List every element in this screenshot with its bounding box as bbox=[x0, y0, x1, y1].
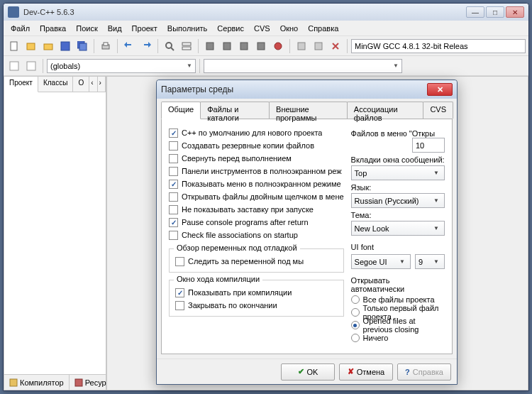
globals-combo[interactable]: (globals) ▼ bbox=[47, 59, 196, 73]
separator-icon bbox=[94, 39, 94, 53]
compile-window-group: Окно хода компиляции Показывать при комп… bbox=[169, 280, 344, 317]
chevron-down-icon: ▼ bbox=[431, 197, 441, 204]
close-button[interactable]: ✕ bbox=[506, 6, 524, 18]
menu-help[interactable]: Справка bbox=[304, 23, 343, 34]
theme-combo[interactable]: New Look▼ bbox=[351, 221, 445, 236]
new-file-icon[interactable] bbox=[6, 38, 22, 54]
dialog-tabs: Общие Файлы и каталоги Внешние программы… bbox=[161, 102, 453, 119]
svg-rect-1 bbox=[27, 43, 35, 50]
menu-search[interactable]: Поиск bbox=[72, 23, 101, 34]
svg-line-9 bbox=[171, 48, 174, 50]
tab-general[interactable]: Общие bbox=[161, 102, 201, 119]
debug-icon[interactable] bbox=[270, 38, 286, 54]
dialog-close-button[interactable]: ✕ bbox=[427, 83, 453, 96]
insert-icon[interactable] bbox=[23, 58, 39, 74]
option-checkbox-6[interactable] bbox=[169, 205, 178, 214]
autoopen-radio-1[interactable] bbox=[351, 308, 360, 317]
uifont-size-combo[interactable]: 9▼ bbox=[415, 254, 445, 269]
msg-tabs-combo[interactable]: Top▼ bbox=[351, 165, 445, 180]
replace-icon[interactable] bbox=[179, 38, 194, 54]
chevron-down-icon: ▼ bbox=[397, 258, 407, 265]
function-combo[interactable]: ▼ bbox=[204, 59, 402, 73]
option-label-4: Показывать меню в полноэкранном режиме bbox=[182, 180, 341, 188]
find-icon[interactable] bbox=[162, 38, 177, 54]
rebuild-icon[interactable] bbox=[253, 38, 269, 54]
compile-icon[interactable] bbox=[202, 38, 218, 54]
project-tree[interactable] bbox=[4, 92, 106, 374]
svg-rect-15 bbox=[257, 43, 265, 50]
menu-file[interactable]: Файл bbox=[6, 23, 34, 34]
chevron-down-icon: ▼ bbox=[431, 258, 441, 265]
toolbar-secondary: (globals) ▼ ▼ bbox=[4, 56, 528, 76]
compiler-set-combo[interactable]: MinGW GCC 4.8.1 32-bit Releas bbox=[351, 39, 526, 53]
option-checkbox-2[interactable] bbox=[169, 154, 178, 163]
tab-scroll-right[interactable]: › bbox=[98, 77, 106, 92]
tab-project[interactable]: Проект bbox=[4, 77, 38, 92]
minimize-button[interactable]: — bbox=[466, 6, 484, 18]
tab-files-dirs[interactable]: Файлы и каталоги bbox=[200, 102, 270, 119]
uifont-combo[interactable]: Segoe UI▼ bbox=[351, 254, 411, 269]
run-icon[interactable] bbox=[219, 38, 235, 54]
tab-scroll-left[interactable]: ‹ bbox=[89, 77, 97, 92]
svg-rect-21 bbox=[10, 379, 17, 386]
autoopen-label-0: Все файлы проекта bbox=[363, 295, 435, 304]
menu-window[interactable]: Окно bbox=[276, 23, 303, 34]
redo-icon[interactable] bbox=[138, 38, 154, 54]
profile-icon[interactable] bbox=[311, 38, 326, 54]
globals-label: (globals) bbox=[50, 62, 80, 70]
svg-point-8 bbox=[166, 43, 172, 48]
autoopen-radio-3[interactable] bbox=[351, 334, 360, 342]
show-on-compile-checkbox[interactable] bbox=[175, 288, 184, 297]
option-checkbox-8[interactable] bbox=[169, 231, 178, 240]
main-titlebar[interactable]: Dev-C++ 5.6.3 — □ ✕ bbox=[4, 4, 528, 21]
svg-rect-18 bbox=[315, 43, 322, 50]
option-checkbox-1[interactable] bbox=[169, 141, 178, 151]
files-in-menu-input[interactable]: 10 bbox=[412, 138, 445, 153]
tab-classes[interactable]: Классы bbox=[38, 77, 73, 92]
new-project-icon[interactable] bbox=[23, 38, 39, 54]
language-label: Язык: bbox=[351, 183, 445, 192]
undo-icon[interactable] bbox=[121, 38, 137, 54]
option-checkbox-4[interactable] bbox=[169, 180, 178, 189]
print-icon[interactable] bbox=[98, 38, 113, 54]
option-checkbox-5[interactable] bbox=[169, 192, 178, 202]
menu-run[interactable]: Выполнить bbox=[163, 23, 211, 34]
open-icon[interactable] bbox=[40, 38, 56, 54]
option-checkbox-0[interactable] bbox=[169, 128, 178, 138]
close-after-checkbox[interactable] bbox=[175, 301, 184, 310]
menu-service[interactable]: Сервис bbox=[213, 23, 248, 34]
clean-icon[interactable] bbox=[328, 38, 343, 54]
autoopen-radio-2[interactable] bbox=[351, 321, 360, 329]
option-checkbox-7[interactable] bbox=[169, 218, 178, 227]
chevron-down-icon: ▼ bbox=[431, 170, 441, 176]
maximize-button[interactable]: □ bbox=[486, 6, 504, 18]
chevron-down-icon: ▼ bbox=[431, 225, 441, 231]
tab-debug[interactable]: О bbox=[73, 77, 89, 92]
compile-run-icon[interactable] bbox=[236, 38, 252, 54]
save-icon[interactable] bbox=[57, 38, 73, 54]
tab-file-associations[interactable]: Ассоциации файлов bbox=[347, 102, 424, 119]
breakpoint-icon[interactable] bbox=[294, 38, 309, 54]
dialog-titlebar[interactable]: Параметры среды ✕ bbox=[157, 80, 457, 99]
help-button[interactable]: ?Справка bbox=[397, 363, 451, 381]
option-checkbox-3[interactable] bbox=[169, 167, 178, 176]
compiler-icon bbox=[9, 378, 18, 387]
autoopen-radio-0[interactable] bbox=[351, 295, 360, 304]
tab-cvs[interactable]: CVS bbox=[423, 102, 453, 119]
watch-var-checkbox[interactable] bbox=[175, 257, 184, 266]
chevron-down-icon: ▼ bbox=[393, 62, 399, 69]
menu-view[interactable]: Вид bbox=[104, 23, 126, 34]
question-icon: ? bbox=[405, 368, 410, 376]
save-all-icon[interactable] bbox=[74, 38, 90, 54]
language-combo[interactable]: Russian (Русский)▼ bbox=[351, 193, 445, 208]
cancel-button[interactable]: ✘Отмена bbox=[339, 363, 393, 381]
tab-external-programs[interactable]: Внешние программы bbox=[269, 102, 348, 119]
menu-edit[interactable]: Правка bbox=[35, 23, 70, 34]
tab-compiler[interactable]: Компилятор bbox=[4, 375, 70, 390]
option-label-5: Открывать файлы двойным щелчком в мене bbox=[182, 192, 344, 201]
menu-cvs[interactable]: CVS bbox=[250, 23, 275, 34]
ok-button[interactable]: ✔OK bbox=[281, 363, 335, 381]
menu-project[interactable]: Проект bbox=[128, 23, 162, 34]
show-on-compile-label: Показывать при компиляции bbox=[188, 288, 292, 297]
new-class-icon[interactable] bbox=[6, 58, 22, 74]
